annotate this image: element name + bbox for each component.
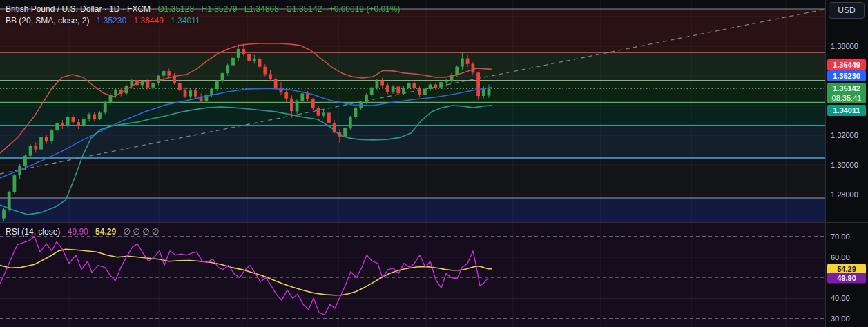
candle-body xyxy=(93,115,96,119)
price-chart[interactable] xyxy=(0,0,825,223)
candle-body xyxy=(253,59,256,61)
candle-body xyxy=(114,90,117,95)
candle-body xyxy=(488,89,491,96)
candle-body xyxy=(343,128,347,137)
price-tick-label: 1.38000 xyxy=(831,42,858,50)
candle-body xyxy=(482,89,485,96)
candle-body xyxy=(8,192,11,209)
candle-body xyxy=(311,99,315,108)
candle-body xyxy=(317,108,320,116)
candle-body xyxy=(290,99,293,112)
candle-body xyxy=(77,122,80,126)
candle-body xyxy=(226,66,229,74)
rsi-tick-label: 40.00 xyxy=(831,294,850,302)
price-tick-label: 1.28000 xyxy=(831,190,858,199)
candle-body xyxy=(23,156,27,166)
symbol-legend[interactable]: British Pound / U.S. Dollar · 1D · FXCM … xyxy=(6,4,400,14)
candle-body xyxy=(365,95,368,103)
candle-body xyxy=(66,117,70,126)
candle-body xyxy=(274,79,278,88)
candle-body xyxy=(39,137,43,150)
candle-body xyxy=(55,123,59,130)
candle-body xyxy=(322,112,325,115)
candle-body xyxy=(300,93,304,101)
price-zone xyxy=(0,103,825,126)
rsi-chart[interactable] xyxy=(0,223,825,327)
bb-legend[interactable]: BB (20, SMA, close, 2) 1.35230 1.36449 1… xyxy=(6,16,200,26)
price-zone xyxy=(0,52,825,81)
last-price-badge: 1.3514208:35:41 xyxy=(827,83,866,103)
candle-body xyxy=(439,82,443,88)
candle-body xyxy=(413,83,416,88)
trading-chart-app: British Pound / U.S. Dollar · 1D · FXCM … xyxy=(0,0,868,327)
candle-body xyxy=(386,85,389,92)
ohlc-high: H1.35279 xyxy=(201,4,237,14)
candle xyxy=(13,174,17,194)
candle xyxy=(104,101,107,114)
candle-body xyxy=(423,89,427,95)
ohlc-close: C1.35142 xyxy=(286,4,322,14)
currency-usd-button[interactable]: USD xyxy=(829,2,865,19)
candle-body xyxy=(263,67,267,75)
candle-body xyxy=(396,87,400,94)
candle-body xyxy=(61,123,64,126)
candle xyxy=(476,72,480,100)
price-tick-label: 1.30000 xyxy=(831,161,858,169)
candle-body xyxy=(215,81,219,89)
candle-body xyxy=(296,101,299,111)
candle-body xyxy=(189,90,192,97)
candle-body xyxy=(167,71,171,76)
candle xyxy=(349,116,352,130)
price-zone xyxy=(0,198,825,223)
candle-body xyxy=(455,67,459,75)
rsi-label: RSI (14, close) xyxy=(6,227,60,237)
candle-body xyxy=(376,81,379,88)
ohlc-low: L1.34868 xyxy=(244,4,279,14)
candle-body xyxy=(13,175,17,192)
price-badge: 1.34011 xyxy=(827,105,866,116)
candle-body xyxy=(237,49,240,58)
candle-body xyxy=(178,83,182,90)
candle-body xyxy=(247,54,251,61)
bb-upper-value: 1.36449 xyxy=(133,16,163,26)
candle-body xyxy=(29,146,32,156)
candle-body xyxy=(418,88,421,95)
rsi-legend[interactable]: RSI (14, close) 49.90 54.29 ∅ ∅ ∅ ∅ xyxy=(6,227,159,237)
bb-label: BB (20, SMA, close, 2) xyxy=(6,16,89,26)
candle-body xyxy=(434,85,437,88)
candle-body xyxy=(98,112,102,119)
candle-body xyxy=(210,89,213,95)
pane-separator[interactable] xyxy=(0,222,868,223)
candle-body xyxy=(151,83,155,88)
bb-lower-value: 1.34011 xyxy=(171,16,200,26)
candle-body xyxy=(392,87,395,92)
rsi-ma-value: 54.29 xyxy=(95,227,116,237)
rsi-tick-label: 30.00 xyxy=(831,315,850,323)
price-axis[interactable]: USD 1.380001.320001.300001.2800070.0060.… xyxy=(825,0,868,327)
candle-body xyxy=(370,88,374,95)
candle xyxy=(39,136,43,152)
candle-body xyxy=(349,117,352,128)
bb-basis-value: 1.35230 xyxy=(97,16,126,26)
candle-body xyxy=(476,72,480,96)
candle-body xyxy=(461,59,464,67)
rsi-tick-label: 70.00 xyxy=(831,232,850,241)
candle-body xyxy=(429,85,432,90)
price-badge: 1.35230 xyxy=(827,70,866,81)
candle-body xyxy=(2,210,6,219)
ohlc-open: O1.35123 xyxy=(157,4,194,14)
candle-body xyxy=(45,137,48,142)
candle-body xyxy=(466,59,470,64)
rsi-background xyxy=(0,223,825,327)
candle-body xyxy=(472,64,475,73)
candle-body xyxy=(146,81,150,88)
candle-body xyxy=(88,115,91,119)
candle-body xyxy=(184,90,187,97)
candle-body xyxy=(402,88,405,94)
candle-body xyxy=(284,92,288,99)
candle-body xyxy=(72,117,75,122)
rsi-empty-values: ∅ ∅ ∅ ∅ xyxy=(123,227,159,237)
candle-body xyxy=(34,146,37,150)
price-change: +0.00019 (+0.01%) xyxy=(329,4,401,14)
candle-body xyxy=(162,71,166,76)
